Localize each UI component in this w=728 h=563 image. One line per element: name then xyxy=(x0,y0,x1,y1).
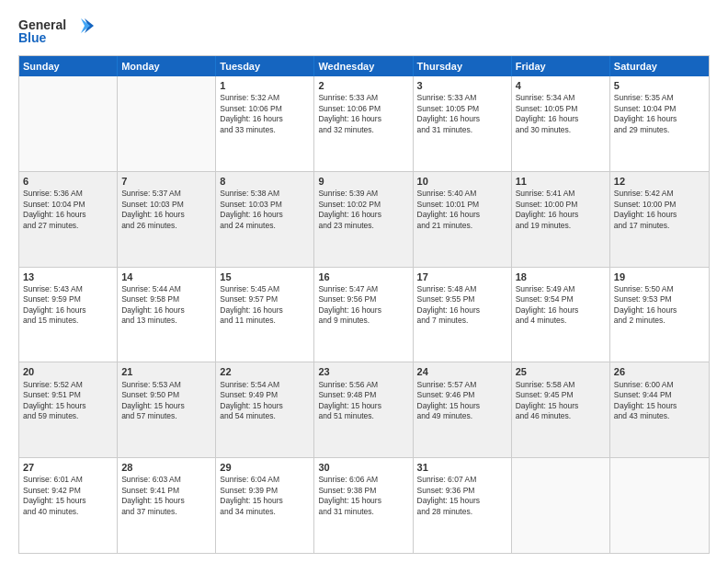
day-number: 15 xyxy=(220,270,310,283)
calendar-cell-day-30: 30Sunrise: 6:06 AM Sunset: 9:38 PM Dayli… xyxy=(314,458,413,553)
day-number: 9 xyxy=(318,175,408,188)
calendar-cell-day-21: 21Sunrise: 5:53 AM Sunset: 9:50 PM Dayli… xyxy=(118,362,216,457)
calendar-day-header-wednesday: Wednesday xyxy=(314,56,413,76)
cell-info-text: Sunrise: 5:33 AM Sunset: 10:06 PM Daylig… xyxy=(318,93,408,135)
calendar-cell-day-17: 17Sunrise: 5:48 AM Sunset: 9:55 PM Dayli… xyxy=(414,268,512,362)
day-number: 16 xyxy=(318,270,408,283)
calendar-cell-day-13: 13Sunrise: 5:43 AM Sunset: 9:59 PM Dayli… xyxy=(19,268,118,362)
calendar-day-header-sunday: Sunday xyxy=(19,56,118,76)
calendar-row-4: 27Sunrise: 6:01 AM Sunset: 9:42 PM Dayli… xyxy=(19,457,709,553)
cell-info-text: Sunrise: 5:44 AM Sunset: 9:58 PM Dayligh… xyxy=(121,284,211,327)
calendar-cell-day-14: 14Sunrise: 5:44 AM Sunset: 9:58 PM Dayli… xyxy=(118,268,216,362)
calendar-cell-day-27: 27Sunrise: 6:01 AM Sunset: 9:42 PM Dayli… xyxy=(19,458,118,553)
day-number: 1 xyxy=(220,79,310,92)
cell-info-text: Sunrise: 5:36 AM Sunset: 10:04 PM Daylig… xyxy=(23,189,113,231)
cell-info-text: Sunrise: 5:38 AM Sunset: 10:03 PM Daylig… xyxy=(220,189,310,231)
day-number: 13 xyxy=(23,270,113,283)
calendar-cell-day-28: 28Sunrise: 6:03 AM Sunset: 9:41 PM Dayli… xyxy=(118,458,216,553)
page: General Blue SundayMondayTuesdayWednesda… xyxy=(0,0,728,563)
day-number: 24 xyxy=(417,365,507,378)
cell-info-text: Sunrise: 5:52 AM Sunset: 9:51 PM Dayligh… xyxy=(23,380,113,422)
day-number: 11 xyxy=(516,175,606,188)
cell-info-text: Sunrise: 5:37 AM Sunset: 10:03 PM Daylig… xyxy=(121,189,211,231)
calendar-cell-day-24: 24Sunrise: 5:57 AM Sunset: 9:46 PM Dayli… xyxy=(414,362,512,457)
header: General Blue xyxy=(18,15,710,48)
cell-info-text: Sunrise: 5:50 AM Sunset: 9:53 PM Dayligh… xyxy=(614,284,705,327)
calendar-day-header-friday: Friday xyxy=(512,56,610,76)
calendar-cell-day-23: 23Sunrise: 5:56 AM Sunset: 9:48 PM Dayli… xyxy=(314,362,413,457)
calendar-cell-day-3: 3Sunrise: 5:33 AM Sunset: 10:05 PM Dayli… xyxy=(414,76,512,171)
cell-info-text: Sunrise: 5:49 AM Sunset: 9:54 PM Dayligh… xyxy=(516,284,606,327)
day-number: 18 xyxy=(516,270,606,283)
day-number: 19 xyxy=(614,270,705,283)
calendar-cell-day-22: 22Sunrise: 5:54 AM Sunset: 9:49 PM Dayli… xyxy=(216,362,314,457)
day-number: 26 xyxy=(614,365,705,378)
svg-marker-3 xyxy=(81,18,90,33)
cell-info-text: Sunrise: 5:33 AM Sunset: 10:05 PM Daylig… xyxy=(417,93,507,135)
day-number: 25 xyxy=(516,365,606,378)
day-number: 2 xyxy=(318,79,408,92)
calendar-row-1: 6Sunrise: 5:36 AM Sunset: 10:04 PM Dayli… xyxy=(19,171,709,267)
day-number: 20 xyxy=(23,365,113,378)
calendar-cell-empty xyxy=(118,76,216,171)
cell-info-text: Sunrise: 6:07 AM Sunset: 9:36 PM Dayligh… xyxy=(417,475,507,517)
calendar-cell-day-15: 15Sunrise: 5:45 AM Sunset: 9:57 PM Dayli… xyxy=(216,268,314,362)
day-number: 31 xyxy=(417,461,507,474)
day-number: 4 xyxy=(516,79,606,92)
day-number: 12 xyxy=(614,175,705,188)
calendar-cell-day-26: 26Sunrise: 6:00 AM Sunset: 9:44 PM Dayli… xyxy=(610,362,709,457)
calendar-cell-day-7: 7Sunrise: 5:37 AM Sunset: 10:03 PM Dayli… xyxy=(118,172,216,267)
calendar: SundayMondayTuesdayWednesdayThursdayFrid… xyxy=(18,55,710,554)
cell-info-text: Sunrise: 5:57 AM Sunset: 9:46 PM Dayligh… xyxy=(417,380,507,422)
calendar-cell-day-6: 6Sunrise: 5:36 AM Sunset: 10:04 PM Dayli… xyxy=(19,172,118,267)
day-number: 30 xyxy=(318,461,408,474)
cell-info-text: Sunrise: 5:32 AM Sunset: 10:06 PM Daylig… xyxy=(220,93,310,135)
cell-info-text: Sunrise: 5:35 AM Sunset: 10:04 PM Daylig… xyxy=(614,93,705,135)
day-number: 10 xyxy=(417,175,507,188)
cell-info-text: Sunrise: 5:48 AM Sunset: 9:55 PM Dayligh… xyxy=(417,284,507,327)
calendar-cell-day-5: 5Sunrise: 5:35 AM Sunset: 10:04 PM Dayli… xyxy=(610,76,709,171)
calendar-cell-day-10: 10Sunrise: 5:40 AM Sunset: 10:01 PM Dayl… xyxy=(414,172,512,267)
cell-info-text: Sunrise: 6:01 AM Sunset: 9:42 PM Dayligh… xyxy=(23,475,113,517)
calendar-row-2: 13Sunrise: 5:43 AM Sunset: 9:59 PM Dayli… xyxy=(19,267,709,362)
day-number: 14 xyxy=(121,270,211,283)
cell-info-text: Sunrise: 6:06 AM Sunset: 9:38 PM Dayligh… xyxy=(318,475,408,517)
day-number: 23 xyxy=(318,365,408,378)
calendar-cell-day-29: 29Sunrise: 6:04 AM Sunset: 9:39 PM Dayli… xyxy=(216,458,314,553)
calendar-cell-day-16: 16Sunrise: 5:47 AM Sunset: 9:56 PM Dayli… xyxy=(314,268,413,362)
calendar-cell-empty xyxy=(610,458,709,553)
cell-info-text: Sunrise: 5:47 AM Sunset: 9:56 PM Dayligh… xyxy=(318,284,408,327)
cell-info-text: Sunrise: 5:56 AM Sunset: 9:48 PM Dayligh… xyxy=(318,380,408,422)
calendar-cell-day-11: 11Sunrise: 5:41 AM Sunset: 10:00 PM Dayl… xyxy=(512,172,610,267)
logo-icon: General Blue xyxy=(18,15,101,48)
cell-info-text: Sunrise: 6:00 AM Sunset: 9:44 PM Dayligh… xyxy=(614,380,705,422)
calendar-day-header-saturday: Saturday xyxy=(610,56,709,76)
calendar-cell-day-9: 9Sunrise: 5:39 AM Sunset: 10:02 PM Dayli… xyxy=(314,172,413,267)
day-number: 17 xyxy=(417,270,507,283)
day-number: 22 xyxy=(220,365,310,378)
calendar-day-header-thursday: Thursday xyxy=(414,56,512,76)
calendar-cell-day-20: 20Sunrise: 5:52 AM Sunset: 9:51 PM Dayli… xyxy=(19,362,118,457)
day-number: 6 xyxy=(23,175,113,188)
calendar-day-header-monday: Monday xyxy=(118,56,216,76)
calendar-header: SundayMondayTuesdayWednesdayThursdayFrid… xyxy=(19,56,709,76)
day-number: 3 xyxy=(417,79,507,92)
cell-info-text: Sunrise: 6:04 AM Sunset: 9:39 PM Dayligh… xyxy=(220,475,310,517)
cell-info-text: Sunrise: 6:03 AM Sunset: 9:41 PM Dayligh… xyxy=(121,475,211,517)
day-number: 28 xyxy=(121,461,211,474)
day-number: 8 xyxy=(220,175,310,188)
calendar-row-3: 20Sunrise: 5:52 AM Sunset: 9:51 PM Dayli… xyxy=(19,362,709,457)
calendar-cell-day-8: 8Sunrise: 5:38 AM Sunset: 10:03 PM Dayli… xyxy=(216,172,314,267)
calendar-cell-day-12: 12Sunrise: 5:42 AM Sunset: 10:00 PM Dayl… xyxy=(610,172,709,267)
cell-info-text: Sunrise: 5:54 AM Sunset: 9:49 PM Dayligh… xyxy=(220,380,310,422)
day-number: 7 xyxy=(121,175,211,188)
calendar-body: 1Sunrise: 5:32 AM Sunset: 10:06 PM Dayli… xyxy=(19,76,709,553)
day-number: 29 xyxy=(220,461,310,474)
cell-info-text: Sunrise: 5:41 AM Sunset: 10:00 PM Daylig… xyxy=(516,189,606,231)
calendar-cell-day-19: 19Sunrise: 5:50 AM Sunset: 9:53 PM Dayli… xyxy=(610,268,709,362)
calendar-cell-day-1: 1Sunrise: 5:32 AM Sunset: 10:06 PM Dayli… xyxy=(216,76,314,171)
calendar-cell-empty xyxy=(512,458,610,553)
cell-info-text: Sunrise: 5:43 AM Sunset: 9:59 PM Dayligh… xyxy=(23,284,113,327)
cell-info-text: Sunrise: 5:58 AM Sunset: 9:45 PM Dayligh… xyxy=(516,380,606,422)
calendar-cell-day-2: 2Sunrise: 5:33 AM Sunset: 10:06 PM Dayli… xyxy=(314,76,413,171)
